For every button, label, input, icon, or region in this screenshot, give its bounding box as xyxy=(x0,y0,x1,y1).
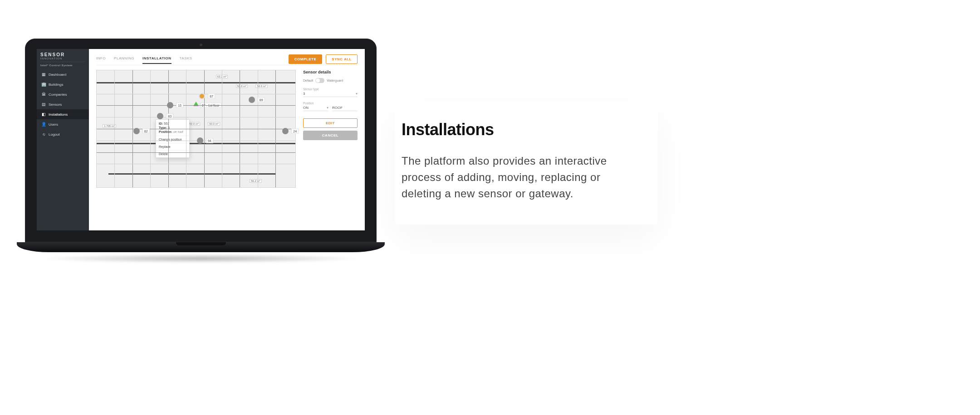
tab-installation[interactable]: INSTALLATION xyxy=(142,54,171,64)
sensor-dot[interactable] xyxy=(167,102,173,108)
complete-button[interactable]: COMPLETE xyxy=(289,54,322,64)
sidebar-item-companies[interactable]: 🏛Companies xyxy=(37,89,89,99)
sensor-dot[interactable] xyxy=(282,128,289,134)
floorplan-wrap: 07 - 1st floor 63.2 m² 50.0 m² 50.0 m² 5… xyxy=(96,70,296,228)
sensors-icon: ▤ xyxy=(41,102,46,107)
sensor-label: 82 xyxy=(142,129,150,134)
description-card: Installations The platform also provides… xyxy=(395,102,658,225)
description-body: The platform also provides an interactiv… xyxy=(402,153,640,202)
roof-select[interactable]: ROOF xyxy=(332,105,358,111)
sensor-dot[interactable] xyxy=(197,137,203,144)
brand-line2: INNOVATION xyxy=(40,57,85,60)
sidebar-item-dashboard[interactable]: ▦Dashboard xyxy=(37,69,89,79)
sensor-dot[interactable] xyxy=(157,113,163,119)
mode-toggle[interactable] xyxy=(315,78,324,83)
sidebar-item-logout[interactable]: ⎋Logout xyxy=(37,129,89,139)
laptop-shadow xyxy=(39,254,363,263)
sidebar-item-buildings[interactable]: 🏢Buildings xyxy=(37,79,89,89)
laptop-base xyxy=(17,242,385,252)
sidebar-item-label: Sensors xyxy=(49,103,62,107)
sidebar-item-label: Buildings xyxy=(49,83,63,87)
brand-tagline: Intel² Control System xyxy=(40,62,85,67)
edit-button[interactable]: EDIT xyxy=(303,118,358,128)
description-title: Installations xyxy=(402,120,640,139)
details-title: Sensor details xyxy=(303,70,358,74)
app-screen: SENSOR INNOVATION Intel² Control System … xyxy=(37,49,365,230)
installations-icon: ◧ xyxy=(41,112,46,117)
popover-delete[interactable]: Delete xyxy=(156,151,189,157)
laptop-bezel: SENSOR INNOVATION Intel² Control System … xyxy=(25,39,377,242)
sensor-label: 24 xyxy=(291,129,299,134)
sensor-details-panel: Sensor details Default Waterguard Sensor… xyxy=(303,70,358,228)
sensor-dot[interactable] xyxy=(199,93,205,99)
position-label: Position xyxy=(303,102,328,105)
sensor-dot[interactable] xyxy=(133,128,140,134)
position-select[interactable]: ON ▾ xyxy=(303,105,328,111)
sensor-type-select[interactable]: 3 ▾ xyxy=(303,91,358,97)
dashboard-icon: ▦ xyxy=(41,72,46,77)
floorplan-canvas[interactable]: 07 - 1st floor 63.2 m² 50.0 m² 50.0 m² 5… xyxy=(96,70,296,188)
sensor-label: 89 xyxy=(258,97,265,102)
tab-tasks[interactable]: TASKS xyxy=(180,54,192,64)
main-panel: INFOPLANNINGINSTALLATIONTASKS COMPLETE S… xyxy=(89,49,365,230)
cancel-button[interactable]: CANCEL xyxy=(303,131,358,140)
sidebar-item-users[interactable]: 👤Users xyxy=(37,119,89,129)
tab-info[interactable]: INFO xyxy=(96,54,106,64)
sidebar-item-label: Dashboard xyxy=(49,73,66,77)
sidebar-item-label: Companies xyxy=(49,93,67,97)
sensor-label: 83 xyxy=(166,113,173,118)
users-icon: 👤 xyxy=(41,122,46,127)
details-mode-toggle-row: Default Waterguard xyxy=(303,78,358,83)
buildings-icon: 🏢 xyxy=(41,82,46,87)
popover-info: ID: 557 Type: 3 Position: on roof xyxy=(156,120,189,136)
sidebar-item-installations[interactable]: ◧Installations xyxy=(37,109,89,119)
logout-icon: ⎋ xyxy=(41,132,46,137)
sidebar-item-label: Installations xyxy=(49,112,68,117)
brand-line1: SENSOR xyxy=(40,53,85,57)
toggle-left-label: Default xyxy=(303,79,313,82)
laptop-mockup: SENSOR INNOVATION Intel² Control System … xyxy=(25,39,377,263)
sensor-label: 94 xyxy=(206,138,213,143)
camera-dot xyxy=(200,44,202,46)
sidebar: SENSOR INNOVATION Intel² Control System … xyxy=(37,49,89,230)
sensor-dot[interactable] xyxy=(249,97,255,103)
sensor-type-label: Sensor type xyxy=(303,88,358,91)
sidebar-item-label: Logout xyxy=(49,132,59,137)
top-actions: COMPLETE SYNC ALL xyxy=(289,54,358,64)
sensor-label: 87 xyxy=(208,93,215,98)
content-row: 07 - 1st floor 63.2 m² 50.0 m² 50.0 m² 5… xyxy=(96,70,358,228)
tab-planning[interactable]: PLANNING xyxy=(114,54,134,64)
popover-replace[interactable]: Replace xyxy=(156,143,189,151)
sidebar-item-label: Users xyxy=(49,122,58,127)
sidebar-item-sensors[interactable]: ▤Sensors xyxy=(37,99,89,109)
sync-all-button[interactable]: SYNC ALL xyxy=(326,54,358,64)
popover-change-position[interactable]: Change position xyxy=(156,136,189,143)
toggle-right-label: Waterguard xyxy=(327,79,343,82)
top-bar: INFOPLANNINGINSTALLATIONTASKS COMPLETE S… xyxy=(96,54,358,65)
brand-logo: SENSOR INNOVATION Intel² Control System xyxy=(37,49,89,69)
sensor-label: 13 xyxy=(176,103,183,108)
companies-icon: 🏛 xyxy=(41,92,46,97)
chevron-down-icon: ▾ xyxy=(327,106,328,110)
chevron-down-icon: ▾ xyxy=(356,92,358,96)
